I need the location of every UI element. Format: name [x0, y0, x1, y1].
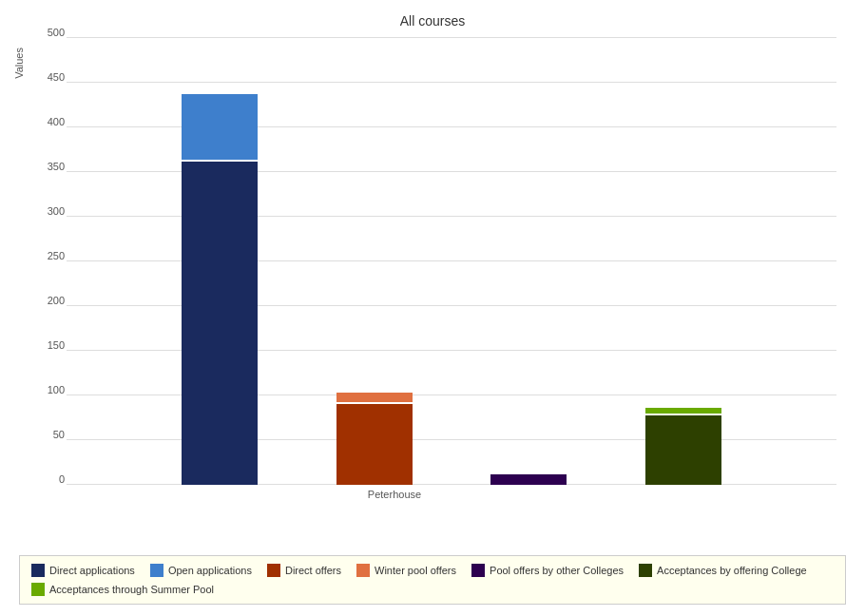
legend-item: Open applications — [150, 564, 252, 577]
grid-label: 400 — [29, 116, 65, 127]
legend-swatch — [31, 583, 45, 596]
legend-swatch — [639, 564, 652, 577]
legend-label: Acceptances by offering College — [657, 565, 807, 576]
legend-item: Direct offers — [267, 564, 341, 577]
legend-swatch — [356, 564, 370, 577]
bar-stack — [490, 474, 567, 485]
legend-label: Pool offers by other Colleges — [490, 565, 624, 576]
legend-item: Pool offers by other Colleges — [471, 564, 624, 577]
bar-segment — [182, 94, 258, 162]
legend-item: Winter pool offers — [356, 564, 456, 577]
legend: Direct applicationsOpen applicationsDire… — [19, 555, 846, 605]
bar-group — [490, 474, 567, 485]
bar-segment — [490, 474, 567, 485]
bars-container — [67, 38, 836, 485]
bar-group — [182, 94, 258, 485]
legend-item: Direct applications — [31, 564, 135, 577]
plot-area: 050100150200250300350400450500 Peterhous… — [29, 38, 836, 504]
bar-segment — [645, 408, 721, 415]
bar-segment — [336, 404, 413, 485]
legend-label: Open applications — [168, 565, 252, 576]
chart-area: Values 050100150200250300350400450500 Pe… — [0, 29, 865, 548]
legend-item: Acceptances through Summer Pool — [31, 583, 214, 596]
grid-label: 500 — [29, 27, 65, 38]
grid-label: 0 — [29, 473, 65, 485]
legend-item: Acceptances by offering College — [639, 564, 807, 577]
bar-group — [336, 393, 413, 485]
legend-label: Direct applications — [49, 565, 135, 576]
bar-stack — [645, 408, 721, 485]
grid-and-bars: 050100150200250300350400450500 — [29, 38, 836, 485]
bar-segment — [336, 393, 413, 404]
grid-label: 200 — [29, 295, 65, 306]
bar-stack — [182, 94, 258, 485]
bar-segment — [645, 415, 721, 485]
legend-label: Direct offers — [285, 565, 341, 576]
grid-label: 150 — [29, 339, 65, 351]
grid-label: 300 — [29, 205, 65, 217]
legend-swatch — [150, 564, 163, 577]
legend-swatch — [471, 564, 485, 577]
chart-title: All courses — [400, 13, 465, 29]
bar-stack — [336, 393, 413, 485]
x-label-area: Peterhouse — [29, 485, 836, 504]
grid-label: 350 — [29, 161, 65, 172]
legend-swatch — [267, 564, 280, 577]
chart-container: All courses Values 050100150200250300350… — [0, 0, 865, 616]
grid-label: 450 — [29, 71, 65, 83]
y-axis-label: Values — [10, 48, 29, 79]
legend-label: Winter pool offers — [375, 565, 456, 576]
grid-label: 50 — [29, 429, 65, 440]
grid-label: 250 — [29, 250, 65, 261]
x-axis-label: Peterhouse — [67, 489, 722, 504]
legend-label: Acceptances through Summer Pool — [49, 584, 214, 595]
grid-label: 100 — [29, 384, 65, 395]
bar-segment — [182, 162, 258, 485]
bar-group — [645, 408, 721, 485]
legend-swatch — [31, 564, 45, 577]
